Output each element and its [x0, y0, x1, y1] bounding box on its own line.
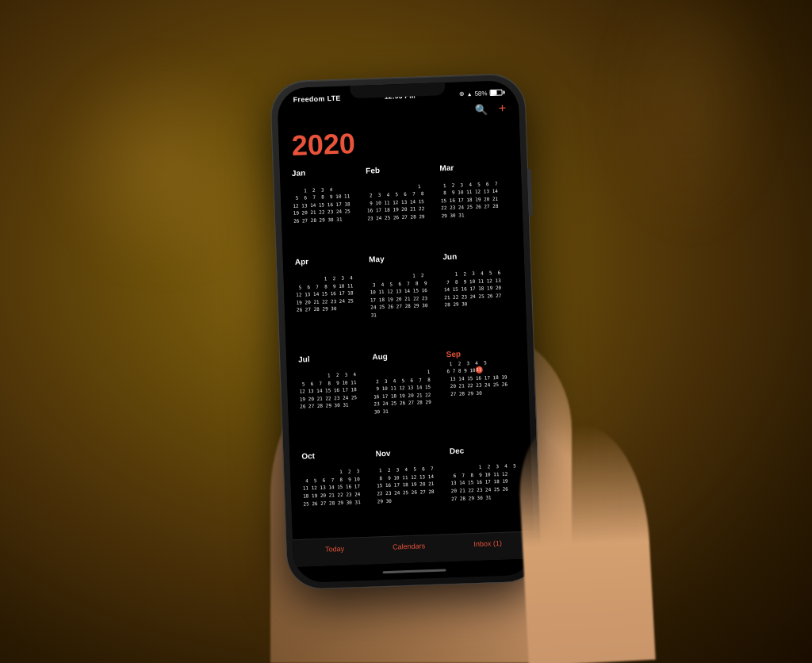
- month-apr: Apr 1 2 3 4 5 6 7 8 9 10 11 12 13 14 15 …: [293, 254, 370, 353]
- calendar-view: 2020 Jan 1 2 3 4 5 6 7 8 9 10 11 12 13 1…: [278, 118, 534, 539]
- tab-today[interactable]: Today: [325, 545, 344, 554]
- month-name-dec: Dec: [450, 444, 519, 455]
- may-days: 1 2 3 4 5 6 7 8 9 10 11 12 13 14 15 16 1…: [370, 272, 428, 317]
- oct-days: 1 2 3 4 5 6 7 8 9 10 11 12 13 14 15 16 1…: [302, 468, 361, 506]
- months-grid: Jan 1 2 3 4 5 6 7 8 9 10 11 12 13 14 15 …: [286, 159, 527, 539]
- month-dec: Dec 1 2 3 4 5 6 7 8 9 10 11 12 13 14 15 …: [447, 443, 524, 535]
- aug-days: 1 2 3 4 5 6 7 8 9 10 11 12 13 14 15 16 1…: [373, 369, 431, 414]
- tab-inbox-label: Inbox (1): [473, 539, 502, 548]
- tab-today-label: Today: [325, 545, 344, 554]
- sep-grid: 1 2 3 4 5 6 7 8 9 10 11 13 14 15 16 17 1…: [446, 358, 517, 398]
- month-name-sep: Sep: [446, 347, 515, 358]
- month-nov: Nov 1 2 3 4 5 6 7 8 9 10 11 12 13 14 15 …: [373, 445, 450, 537]
- search-icon[interactable]: 🔍: [475, 103, 488, 116]
- mar-days: 1 2 3 4 5 6 7 8 9 10 11 12 13 14 15 16 1…: [440, 180, 498, 218]
- month-name-jun: Jun: [442, 251, 512, 262]
- month-name-jul: Jul: [298, 352, 368, 363]
- month-aug: Aug 1 2 3 4 5 6 7 8 9 10 11 12 13 14 15 …: [370, 348, 447, 447]
- nov-days: 1 2 3 4 5 6 7 8 9 10 11 12 13 14 15 16 1…: [376, 466, 434, 504]
- jan-days: 1 2 3 4 5 6 7 8 9 10 11 12 13 14 15 16 1…: [293, 186, 350, 224]
- month-name-may: May: [369, 253, 439, 264]
- month-name-oct: Oct: [301, 449, 371, 460]
- tab-inbox[interactable]: Inbox (1): [473, 539, 502, 548]
- battery-fill: [490, 90, 496, 95]
- month-jun: Jun 1 2 3 4 5 6 7 8 9 10 11 12 13 14 15 …: [440, 249, 518, 348]
- month-name-apr: Apr: [295, 255, 365, 266]
- apr-days: 1 2 3 4 5 6 7 8 9 10 11 12 13 14 15 16 1…: [296, 274, 354, 312]
- month-name-jan: Jan: [292, 167, 362, 178]
- month-jan: Jan 1 2 3 4 5 6 7 8 9 10 11 12 13 14 15 …: [289, 165, 366, 257]
- location-icon: ⊕: [458, 90, 464, 98]
- month-feb: Feb 1 2 3 4 5 6 7 8 9 10 11 12 13 14 15 …: [363, 163, 440, 255]
- feb-days: 1 2 3 4 5 6 7 8 9 10 11 12 13 14 15 16 1…: [366, 183, 425, 221]
- month-name-nov: Nov: [375, 446, 445, 458]
- today-indicator: 11: [475, 366, 482, 374]
- month-jul: Jul 1 2 3 4 5 6 7 8 9 10 11 12 13 14 15 …: [296, 351, 373, 450]
- jun-days: 1 2 3 4 5 6 7 8 9 10 11 12 13 14 15 16 1…: [443, 270, 501, 308]
- time-display: 12:00 PM: [385, 91, 416, 100]
- wifi-icon: ▲: [467, 90, 473, 96]
- month-may: May 1 2 3 4 5 6 7 8 9 10 11 12 13 14 15 …: [366, 251, 444, 351]
- phone-screen: Freedom LTE 12:00 PM ⊕ ▲ 58% 🔍 + 2020: [277, 80, 535, 583]
- battery-icon: [489, 90, 502, 97]
- month-name-feb: Feb: [366, 164, 435, 175]
- month-name-aug: Aug: [372, 350, 442, 361]
- month-oct: Oct 1 2 3 4 5 6 7 8 9 10 11 12 13 14 15 …: [299, 447, 376, 539]
- dec-days: 1 2 3 4 5 6 7 8 9 10 11 12 13 14 15 16 1…: [450, 462, 516, 500]
- month-name-mar: Mar: [439, 161, 509, 172]
- phone-shell: Freedom LTE 12:00 PM ⊕ ▲ 58% 🔍 + 2020: [270, 74, 542, 590]
- battery-percent: 58%: [474, 90, 487, 98]
- add-icon[interactable]: +: [499, 101, 507, 115]
- phone-device: Freedom LTE 12:00 PM ⊕ ▲ 58% 🔍 + 2020: [270, 74, 542, 590]
- tab-calendars-label: Calendars: [393, 542, 425, 550]
- carrier-signal: Freedom LTE: [293, 94, 341, 104]
- battery-area: ⊕ ▲ 58%: [458, 89, 502, 98]
- month-mar: Mar 1 2 3 4 5 6 7 8 9 10 11 12 13 14 15 …: [437, 159, 514, 251]
- jul-days: 1 2 3 4 5 6 7 8 9 10 11 12 13 14 15 16 1…: [299, 371, 357, 409]
- month-sep: Sep 1 2 3 4 5 6 7 8 9 10 11 13 14 15 16 …: [443, 346, 521, 445]
- home-bar: [383, 569, 446, 573]
- tab-calendars[interactable]: Calendars: [393, 542, 425, 550]
